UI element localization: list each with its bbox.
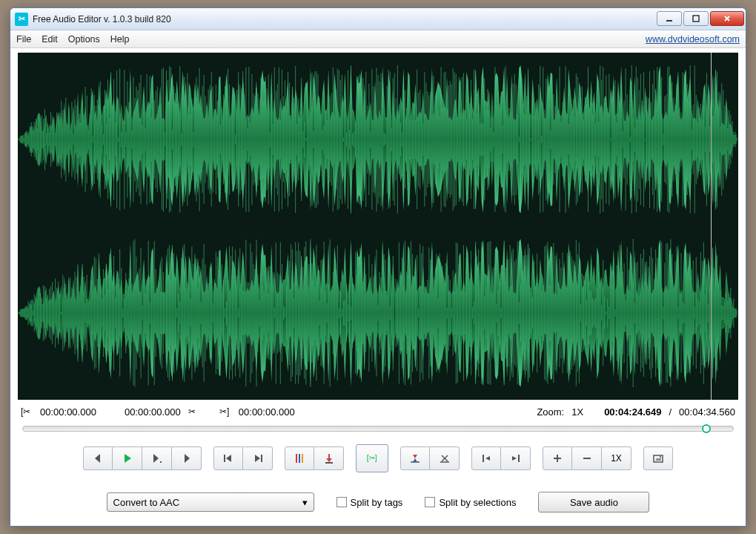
split-by-tags-label: Split by tags	[351, 497, 403, 508]
menubar: File Edit Options Help www.dvdvideosoft.…	[10, 30, 746, 48]
window-controls	[655, 11, 744, 27]
svg-marker-8	[125, 454, 131, 463]
checkbox-icon	[336, 497, 347, 507]
play-button[interactable]	[113, 446, 142, 470]
screenshot-button[interactable]	[643, 446, 673, 470]
svg-text:[✂: [✂	[21, 406, 30, 417]
scrubber[interactable]	[18, 423, 738, 434]
skip-start-button[interactable]	[213, 446, 243, 470]
menu-file[interactable]: File	[16, 34, 31, 44]
step-forward-button[interactable]	[172, 446, 202, 470]
menu-options[interactable]: Options	[68, 34, 100, 44]
time-divider: /	[669, 406, 672, 418]
app-window: ✂ Free Audio Editor v. 1.0.3 build 820 F…	[10, 7, 746, 527]
svg-rect-12	[224, 455, 225, 462]
zoom-level-button[interactable]: 1X	[602, 446, 631, 470]
set-markers-button[interactable]	[285, 446, 314, 470]
menu-edit[interactable]: Edit	[42, 34, 58, 44]
cut-position-time: 00:00:00.000	[239, 406, 295, 418]
svg-text:✂: ✂	[188, 406, 196, 417]
dropdown-arrow-icon: ▾	[302, 497, 308, 508]
crop-selection-button[interactable]	[400, 446, 430, 470]
cut-selection-button[interactable]: [✂]	[356, 444, 388, 472]
svg-marker-20	[326, 458, 332, 462]
step-back-button[interactable]	[83, 446, 113, 470]
minimize-button[interactable]	[657, 11, 682, 26]
playhead-marker[interactable]	[711, 53, 712, 400]
content-area: [✂ 00:00:00.000 00:00:00.000 ✂ ✂] 00:00:…	[10, 48, 746, 526]
waveform-display[interactable]	[18, 53, 738, 400]
selection-info-row: [✂ 00:00:00.000 00:00:00.000 ✂ ✂] 00:00:…	[18, 400, 738, 423]
zoom-out-button[interactable]	[572, 446, 602, 470]
titlebar[interactable]: ✂ Free Audio Editor v. 1.0.3 build 820	[10, 8, 746, 30]
save-audio-button[interactable]: Save audio	[538, 492, 649, 512]
svg-point-38	[660, 456, 661, 458]
svg-marker-11	[185, 454, 190, 463]
svg-marker-30	[485, 456, 490, 461]
svg-marker-7	[95, 454, 100, 463]
svg-marker-14	[255, 455, 260, 462]
zoom-in-button[interactable]	[543, 446, 572, 470]
selection-start-icon: [✂	[21, 406, 33, 418]
svg-marker-13	[226, 455, 231, 462]
svg-text:[✂]: [✂]	[367, 454, 377, 462]
convert-format-label: Convert to AAC	[113, 497, 180, 508]
split-by-tags-checkbox[interactable]: Split by tags	[336, 497, 403, 508]
svg-marker-23	[413, 455, 417, 458]
scrubber-thumb[interactable]	[702, 424, 711, 433]
export-row: Convert to AAC ▾ Split by tags Split by …	[18, 478, 738, 518]
playback-duration: 00:04:34.560	[679, 406, 735, 418]
split-by-selections-checkbox[interactable]: Split by selections	[425, 497, 516, 508]
app-icon: ✂	[15, 13, 28, 26]
window-title: Free Audio Editor v. 1.0.3 build 820	[33, 14, 655, 24]
svg-text:✂]: ✂]	[219, 406, 229, 417]
svg-rect-1	[693, 16, 699, 22]
svg-marker-9	[153, 454, 159, 463]
selection-end-time: 00:00:00.000	[125, 406, 181, 418]
svg-rect-32	[518, 455, 520, 462]
transport-toolbar: [✂] 1X	[18, 434, 738, 478]
goto-selection-end-button[interactable]	[501, 446, 531, 470]
import-marker-button[interactable]	[314, 446, 344, 470]
svg-rect-29	[483, 455, 484, 462]
goto-selection-start-button[interactable]	[471, 446, 501, 470]
close-button[interactable]	[710, 11, 744, 26]
delete-selection-button[interactable]	[430, 446, 460, 470]
convert-format-dropdown[interactable]: Convert to AAC ▾	[107, 492, 314, 512]
maximize-button[interactable]	[683, 11, 709, 26]
selection-end-icon: ✂	[188, 406, 200, 418]
checkbox-icon	[425, 497, 435, 507]
zoom-label: Zoom:	[537, 406, 564, 418]
svg-marker-31	[512, 456, 517, 461]
zoom-value: 1X	[571, 406, 583, 418]
svg-rect-15	[261, 455, 262, 462]
menu-help[interactable]: Help	[110, 34, 130, 44]
skip-end-button[interactable]	[243, 446, 273, 470]
cut-position-icon: ✂]	[219, 406, 231, 418]
scrubber-track[interactable]	[22, 426, 734, 432]
play-selection-button[interactable]	[142, 446, 172, 470]
split-by-selections-label: Split by selections	[439, 497, 516, 508]
vendor-link[interactable]: www.dvdvideosoft.com	[646, 34, 740, 44]
selection-start-time: 00:00:00.000	[40, 406, 96, 418]
playback-position: 00:04:24.649	[604, 406, 661, 418]
